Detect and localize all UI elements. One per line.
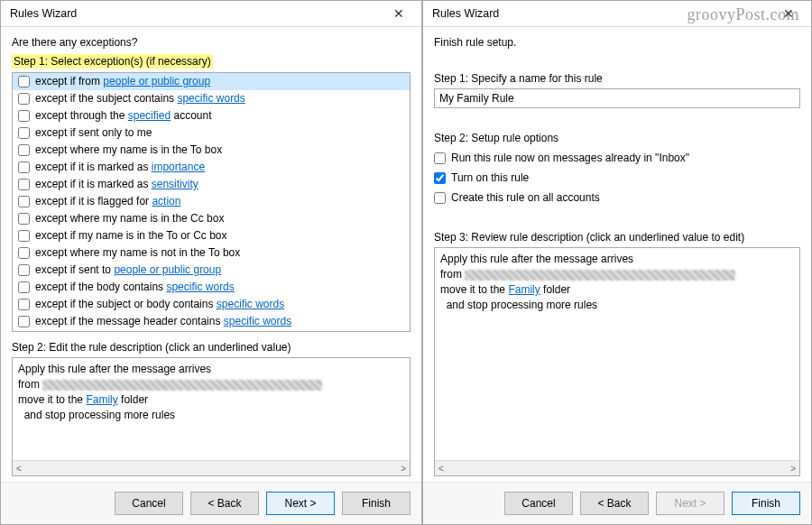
rule-description-box: Apply this rule after the message arrive… — [434, 247, 800, 476]
exception-link[interactable]: specific words — [177, 92, 245, 105]
exception-label: except where my name is not in the To bo… — [35, 245, 240, 261]
exception-item[interactable]: except if from people or public group — [13, 73, 410, 90]
exception-item[interactable]: except with specific words in the recipi… — [13, 330, 410, 332]
folder-link[interactable]: Family — [86, 393, 117, 406]
option-run-now[interactable]: Run this rule now on messages already in… — [434, 152, 800, 164]
exception-label: except where my name is in the To box — [35, 143, 222, 158]
desc-line2: from — [18, 377, 404, 392]
exception-checkbox[interactable] — [18, 213, 30, 225]
step2-label: Step 2: Setup rule options — [434, 132, 800, 144]
exception-checkbox[interactable] — [18, 93, 30, 105]
exception-checkbox[interactable] — [18, 316, 30, 327]
exception-item[interactable]: except if it is marked as sensitivity — [13, 176, 410, 193]
exception-link[interactable]: specific words — [224, 315, 291, 327]
back-button[interactable]: < Back — [580, 492, 649, 515]
back-button[interactable]: < Back — [190, 492, 259, 515]
dialog-buttons: Cancel < Back Next > Finish — [423, 482, 811, 524]
exception-item[interactable]: except through the specified account — [13, 107, 410, 124]
close-icon[interactable]: ✕ — [773, 6, 804, 21]
exception-item[interactable]: except if it is marked as importance — [13, 159, 410, 176]
exception-label: except if from people or public group — [35, 74, 210, 89]
exception-label: except if the subject or body contains s… — [35, 297, 284, 312]
desc-line3: move it to the Family folder — [18, 392, 404, 408]
exception-item[interactable]: except where my name is in the Cc box — [13, 210, 410, 227]
desc-line1: Apply this rule after the message arrive… — [440, 252, 794, 267]
checkbox-run-now[interactable] — [434, 152, 446, 164]
exception-checkbox[interactable] — [18, 230, 30, 242]
option-turn-on[interactable]: Turn on this rule — [434, 171, 800, 184]
exception-link[interactable]: action — [152, 195, 180, 207]
exception-label: except if it is flagged for action — [35, 194, 180, 209]
exception-label: except with specific words in the recipi… — [35, 331, 282, 332]
cancel-button[interactable]: Cancel — [504, 492, 573, 515]
exception-label: except if it is marked as sensitivity — [35, 177, 198, 192]
exception-checkbox[interactable] — [18, 144, 30, 156]
option-all-accounts[interactable]: Create this rule on all accounts — [434, 191, 800, 204]
exceptions-list[interactable]: except if from people or public groupexc… — [12, 72, 411, 332]
exception-link[interactable]: people or public group — [114, 263, 221, 276]
desc-line1: Apply this rule after the message arrive… — [18, 362, 404, 377]
exception-item[interactable]: except if my name is in the To or Cc box — [13, 227, 410, 244]
step2-label: Step 2: Edit the rule description (click… — [12, 341, 411, 354]
exception-checkbox[interactable] — [18, 179, 30, 190]
exception-item[interactable]: except where my name is in the To box — [13, 142, 410, 159]
step3-label: Step 3: Review rule description (click a… — [434, 231, 800, 244]
exception-item[interactable]: except if sent only to me — [13, 124, 410, 142]
cancel-button[interactable]: Cancel — [115, 492, 183, 515]
rules-wizard-finish-dialog: Rules Wizard ✕ Finish rule setup. Step 1… — [422, 0, 812, 525]
exception-item[interactable]: except if the message header contains sp… — [13, 313, 410, 330]
finish-heading: Finish rule setup. — [434, 36, 800, 49]
rules-wizard-exceptions-dialog: Rules Wizard ✕ Are there any exceptions?… — [0, 0, 422, 525]
exception-checkbox[interactable] — [18, 110, 30, 122]
checkbox-turn-on[interactable] — [434, 172, 446, 184]
dialog-title: Rules Wizard — [432, 7, 499, 20]
next-button[interactable]: Next > — [266, 492, 335, 515]
exception-item[interactable]: except if the subject or body contains s… — [13, 296, 410, 313]
titlebar: Rules Wizard ✕ — [1, 1, 421, 27]
step1-label: Step 1: Select exception(s) (if necessar… — [12, 54, 411, 69]
horizontal-scrollbar[interactable]: <> — [435, 460, 799, 475]
exception-checkbox[interactable] — [18, 76, 30, 88]
exception-link[interactable]: sensitivity — [152, 178, 198, 190]
rule-name-input[interactable] — [434, 88, 800, 108]
rule-description-box: Apply this rule after the message arrive… — [12, 357, 411, 476]
exception-label: except if sent only to me — [35, 125, 152, 141]
exception-link[interactable]: specific words — [166, 281, 234, 293]
step1-label: Step 1: Specify a name for this rule — [434, 72, 800, 85]
exception-label: except if sent to people or public group — [35, 262, 221, 278]
exception-link[interactable]: people or public group — [103, 75, 210, 88]
exception-label: except if my name is in the To or Cc box — [35, 228, 227, 244]
exception-checkbox[interactable] — [18, 299, 30, 310]
exception-label: except if the subject contains specific … — [35, 91, 245, 106]
close-icon[interactable]: ✕ — [383, 6, 414, 21]
checkbox-all-accounts[interactable] — [434, 192, 446, 204]
exception-checkbox[interactable] — [18, 264, 30, 276]
exception-checkbox[interactable] — [18, 161, 30, 173]
exception-checkbox[interactable] — [18, 281, 30, 293]
exception-link[interactable]: importance — [152, 161, 205, 173]
next-button: Next > — [656, 492, 724, 515]
finish-button[interactable]: Finish — [342, 492, 411, 515]
desc-line2: from — [440, 267, 794, 282]
exception-checkbox[interactable] — [18, 196, 30, 207]
exception-link[interactable]: specified — [128, 109, 171, 122]
exception-label: except if the body contains specific wor… — [35, 280, 235, 295]
folder-link[interactable]: Family — [508, 283, 540, 296]
exception-label: except where my name is in the Cc box — [35, 211, 224, 226]
exception-label: except if the message header contains sp… — [35, 314, 291, 329]
exception-item[interactable]: except where my name is not in the To bo… — [13, 244, 410, 262]
exception-link[interactable]: specific words — [217, 298, 284, 310]
finish-button[interactable]: Finish — [732, 492, 800, 515]
exception-item[interactable]: except if sent to people or public group — [13, 262, 410, 279]
horizontal-scrollbar[interactable]: <> — [13, 460, 410, 475]
exception-item[interactable]: except if the body contains specific wor… — [13, 279, 410, 296]
titlebar: Rules Wizard ✕ — [423, 1, 811, 27]
exception-label: except through the specified account — [35, 108, 212, 124]
dialog-title: Rules Wizard — [10, 7, 77, 20]
exception-label: except if it is marked as importance — [35, 160, 205, 175]
exception-item[interactable]: except if it is flagged for action — [13, 193, 410, 210]
desc-line3: move it to the Family folder — [440, 282, 794, 298]
exception-checkbox[interactable] — [18, 247, 30, 259]
exception-checkbox[interactable] — [18, 127, 30, 139]
exception-item[interactable]: except if the subject contains specific … — [13, 90, 410, 107]
